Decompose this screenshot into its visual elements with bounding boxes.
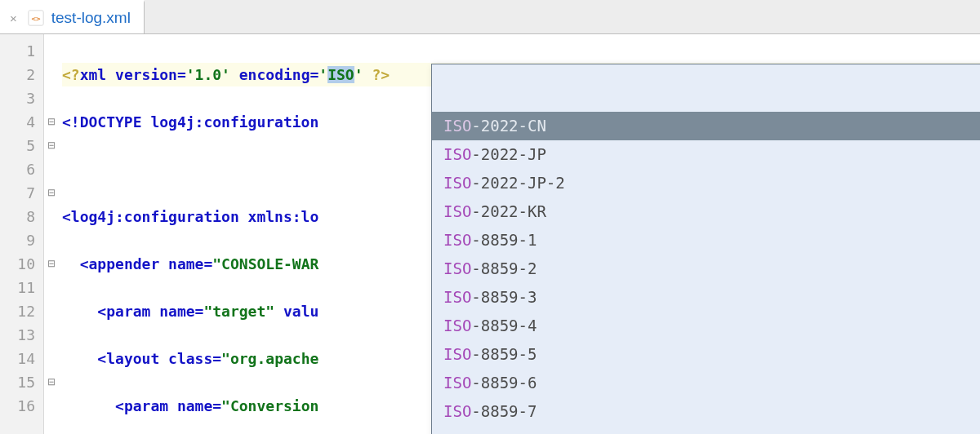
completion-rest: -8859-1: [471, 228, 537, 252]
fold-marker[interactable]: ⊟: [44, 134, 59, 157]
completion-rest: -8859-2: [471, 257, 537, 281]
completion-item[interactable]: ISO-2022-CN: [432, 112, 980, 140]
completion-item[interactable]: ISO-8859-8: [432, 426, 980, 434]
completion-rest: -8859-3: [471, 286, 537, 309]
line-number: 9: [0, 228, 35, 252]
line-number: 5: [0, 134, 35, 157]
tab-strip: × <> test-log.xml: [0, 0, 980, 34]
completion-item[interactable]: ISO-8859-3: [432, 283, 980, 312]
line-number: 13: [0, 323, 35, 347]
completion-match: ISO: [443, 114, 471, 138]
line-number: 6: [0, 157, 35, 181]
completion-match: ISO: [443, 314, 471, 338]
line-number: 4: [0, 110, 35, 134]
fold-marker[interactable]: [44, 86, 59, 110]
fold-marker[interactable]: [44, 228, 59, 252]
tab-filename: test-log.xml: [51, 9, 131, 27]
completion-match: ISO: [443, 286, 471, 309]
fold-marker[interactable]: [44, 205, 59, 228]
completion-item[interactable]: ISO-8859-6: [432, 369, 980, 397]
line-number: 8: [0, 205, 35, 228]
code-area[interactable]: <?xml version='1.0' encoding='ISO' ?> <!…: [59, 34, 980, 434]
fold-marker[interactable]: ⊟: [44, 110, 59, 134]
completion-rest: -2022-CN: [471, 114, 546, 138]
fold-marker[interactable]: [44, 323, 59, 347]
fold-marker[interactable]: [44, 276, 59, 299]
completion-rest: -2022-KR: [471, 200, 546, 224]
line-number: 2: [0, 63, 35, 86]
line-number: 10: [0, 252, 35, 276]
line-number: 7: [0, 181, 35, 205]
completion-rest: -8859-4: [471, 314, 537, 338]
completion-item[interactable]: ISO-2022-JP-2: [432, 169, 980, 197]
line-number: 12: [0, 299, 35, 323]
fold-marker[interactable]: ⊟: [44, 252, 59, 276]
completion-match: ISO: [443, 343, 471, 366]
completion-rest: -2022-JP: [471, 143, 546, 166]
completion-match: ISO: [443, 228, 471, 252]
editor[interactable]: 1 2 3 4 5 6 7 8 9 10 11 12 13 14 15 16 ⊟…: [0, 34, 980, 434]
fold-marker[interactable]: [44, 299, 59, 323]
line-number: 3: [0, 86, 35, 110]
tab-test-log[interactable]: × <> test-log.xml: [0, 0, 145, 33]
completion-rest: -8859-7: [471, 400, 537, 423]
completion-item[interactable]: ISO-8859-7: [432, 397, 980, 426]
completion-item[interactable]: ISO-8859-4: [432, 312, 980, 340]
completion-rest: -8859-5: [471, 343, 537, 366]
completion-match: ISO: [443, 428, 471, 434]
completion-rest: -8859-6: [471, 371, 537, 395]
completion-match: ISO: [443, 171, 471, 195]
line-number: 16: [0, 394, 35, 418]
completion-match: ISO: [443, 200, 471, 224]
fold-marker[interactable]: [44, 394, 59, 418]
completion-rest: -2022-JP-2: [471, 171, 564, 195]
fold-marker[interactable]: [44, 347, 59, 370]
completion-match: ISO: [443, 371, 471, 395]
xml-file-icon: <>: [27, 9, 45, 27]
fold-marker[interactable]: [44, 63, 59, 86]
completion-item[interactable]: ISO-2022-KR: [432, 197, 980, 226]
fold-marker[interactable]: ⊟: [44, 370, 59, 394]
fold-marker[interactable]: [44, 39, 59, 63]
encoding-selection: ISO: [327, 66, 354, 83]
line-number: 14: [0, 347, 35, 370]
svg-text:<>: <>: [31, 14, 41, 23]
completion-item[interactable]: ISO-2022-JP: [432, 140, 980, 169]
completion-match: ISO: [443, 257, 471, 281]
completion-popup: ISO-2022-CNISO-2022-JPISO-2022-JP-2ISO-2…: [431, 64, 980, 434]
fold-marker[interactable]: [44, 157, 59, 181]
completion-match: ISO: [443, 143, 471, 166]
completion-item[interactable]: ISO-8859-5: [432, 340, 980, 369]
line-number-gutter: 1 2 3 4 5 6 7 8 9 10 11 12 13 14 15 16: [0, 34, 44, 434]
completion-item[interactable]: ISO-8859-2: [432, 255, 980, 283]
fold-gutter: ⊟ ⊟ ⊟ ⊟ ⊟: [44, 34, 59, 434]
line-number: 11: [0, 276, 35, 299]
line-number: 1: [0, 39, 35, 63]
close-icon[interactable]: ×: [7, 12, 20, 24]
fold-marker[interactable]: ⊟: [44, 181, 59, 205]
completion-item[interactable]: ISO-8859-1: [432, 226, 980, 255]
line-number: 15: [0, 370, 35, 394]
completion-rest: -8859-8: [471, 428, 537, 434]
completion-match: ISO: [443, 400, 471, 423]
